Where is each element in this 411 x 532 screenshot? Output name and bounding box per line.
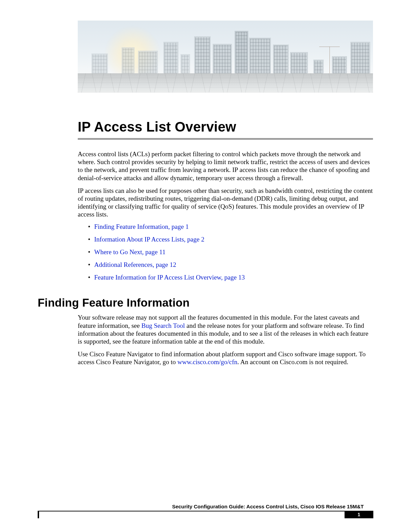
- page-number-box: 1: [345, 511, 373, 518]
- building: [180, 54, 190, 75]
- building: [290, 52, 308, 75]
- title-rule: [78, 138, 373, 140]
- toc-link[interactable]: Information About IP Access Lists, page …: [94, 236, 204, 243]
- header-banner-image: [78, 21, 373, 92]
- building: [213, 44, 232, 75]
- cfn-link[interactable]: www.cisco.com/go/cfn: [177, 358, 237, 366]
- building: [273, 45, 289, 75]
- building: [332, 56, 347, 75]
- building: [194, 36, 211, 75]
- building: [235, 31, 248, 75]
- page-title: IP Access List Overview: [78, 119, 373, 135]
- toc-item: Where to Go Next, page 11: [88, 248, 373, 256]
- footer-left-tick: [38, 511, 39, 518]
- section-heading: Finding Feature Information: [38, 296, 373, 309]
- toc-item: Additional References, page 12: [88, 261, 373, 269]
- toc-link[interactable]: Additional References, page 12: [94, 261, 176, 268]
- text-run: . An account on Cisco.com is not require…: [237, 358, 348, 366]
- building: [313, 60, 324, 75]
- section-paragraph: Use Cisco Feature Navigator to find info…: [78, 350, 373, 366]
- intro-paragraph: IP access lists can also be used for pur…: [78, 187, 373, 219]
- building: [138, 51, 158, 75]
- toc-item: Finding Feature Information, page 1: [88, 223, 373, 231]
- page-footer: Security Configuration Guide: Access Con…: [38, 504, 373, 518]
- crane-icon: [329, 47, 330, 75]
- building: [122, 47, 135, 75]
- page-number: 1: [358, 512, 360, 517]
- intro-block: Access control lists (ACLs) perform pack…: [78, 150, 373, 281]
- intro-paragraph: Access control lists (ACLs) perform pack…: [78, 150, 373, 182]
- footer-bar: 1: [38, 511, 373, 518]
- toc-link[interactable]: Finding Feature Information, page 1: [94, 223, 189, 230]
- toc-list: Finding Feature Information, page 1 Info…: [78, 223, 373, 281]
- toc-link[interactable]: Where to Go Next, page 11: [94, 248, 165, 256]
- building: [91, 53, 108, 75]
- toc-item: Information About IP Access Lists, page …: [88, 236, 373, 244]
- building: [163, 42, 178, 75]
- toc-item: Feature Information for IP Access List O…: [88, 274, 373, 282]
- page: IP Access List Overview Access control l…: [0, 0, 411, 532]
- footer-doc-title: Security Configuration Guide: Access Con…: [38, 504, 373, 509]
- section-paragraph: Your software release may not support al…: [78, 313, 373, 345]
- foreground-plaza: [78, 73, 373, 92]
- building: [249, 38, 271, 75]
- toc-link[interactable]: Feature Information for IP Access List O…: [94, 274, 245, 281]
- building: [350, 42, 370, 75]
- footer-rule: [38, 511, 373, 511]
- bug-search-tool-link[interactable]: Bug Search Tool: [141, 322, 185, 329]
- section-body: Your software release may not support al…: [78, 313, 373, 366]
